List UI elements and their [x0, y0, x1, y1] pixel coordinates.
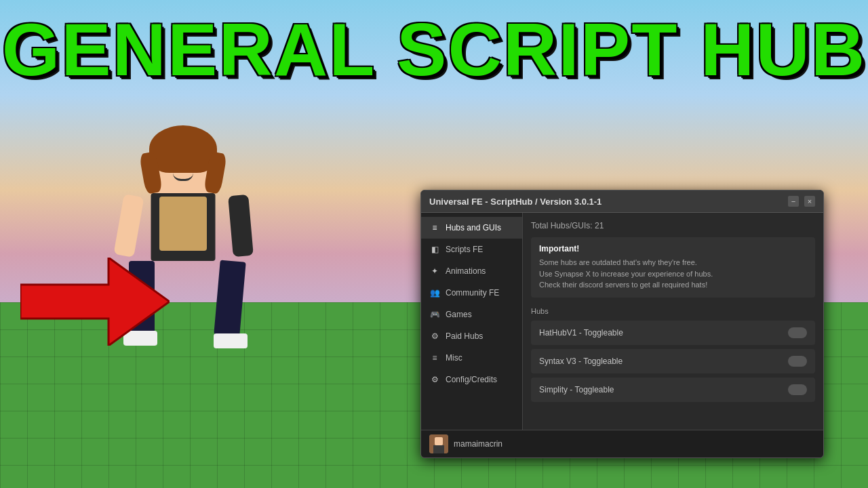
sidebar-item-community-fe[interactable]: 👥 Community FE [421, 282, 522, 304]
total-hubs-label: Total Hubs/GUIs: 21 [531, 221, 815, 230]
gui-titlebar: Universal FE - ScriptHub / Version 3.0.1… [421, 190, 823, 213]
sidebar-label-games: Games [446, 310, 472, 319]
gui-sidebar: ≡ Hubs and GUIs ◧ Scripts FE ✦ Animation… [421, 213, 523, 430]
games-icon: 🎮 [429, 310, 440, 319]
hub-item-simplity-label: Simplity - Toggleable [539, 385, 614, 394]
hubs-guis-icon: ≡ [429, 223, 440, 232]
sidebar-item-animations[interactable]: ✦ Animations [421, 260, 522, 282]
hub-item-syntax-v3: Syntax V3 - Toggleable [531, 349, 815, 373]
char-torso-front [159, 197, 207, 251]
close-button[interactable]: × [804, 196, 815, 207]
important-box: Important! Some hubs are outdated that's… [531, 237, 815, 298]
svg-marker-0 [20, 258, 170, 346]
hub-item-hathubv1-label: HatHubV1 - Toggleable [539, 328, 623, 338]
sidebar-item-config-credits[interactable]: ⚙ Config/Credits [421, 369, 522, 390]
gui-body: ≡ Hubs and GUIs ◧ Scripts FE ✦ Animation… [421, 213, 823, 430]
profile-avatar [429, 434, 448, 453]
hub-toggle-hathubv1[interactable] [788, 327, 807, 338]
config-credits-icon: ⚙ [429, 375, 440, 384]
important-title: Important! [539, 244, 807, 253]
gui-main-content: Total Hubs/GUIs: 21 Important! Some hubs… [523, 213, 823, 430]
hubs-section-label: Hubs [531, 307, 815, 315]
char-smile [173, 173, 193, 181]
hub-item-hathubv1: HatHubV1 - Toggleable [531, 321, 815, 345]
scripts-fe-icon: ◧ [429, 245, 440, 254]
char-right-arm [228, 195, 254, 257]
sidebar-item-games[interactable]: 🎮 Games [421, 304, 522, 325]
char-right-foot [214, 333, 248, 348]
svg-rect-2 [435, 437, 443, 445]
window-controls: − × [788, 196, 815, 207]
char-hair [149, 125, 217, 173]
gui-title: Universal FE - ScriptHub / Version 3.0.1… [429, 197, 601, 207]
red-arrow [20, 258, 156, 339]
sidebar-item-misc[interactable]: ≡ Misc [421, 347, 522, 369]
paid-hubs-icon: ⚙ [429, 331, 440, 341]
animations-icon: ✦ [429, 266, 440, 276]
main-title: GENERAL SCRIPT HUB [0, 12, 868, 87]
char-left-arm [113, 194, 144, 258]
sidebar-label-misc: Misc [446, 353, 462, 363]
svg-rect-3 [433, 445, 444, 453]
sidebar-item-paid-hubs[interactable]: ⚙ Paid Hubs [421, 325, 522, 347]
sidebar-label-config-credits: Config/Credits [446, 375, 497, 384]
misc-icon: ≡ [429, 353, 440, 363]
sidebar-label-paid-hubs: Paid Hubs [446, 331, 483, 341]
hub-item-syntax-v3-label: Syntax V3 - Toggleable [539, 357, 623, 366]
hub-toggle-simplity[interactable] [788, 384, 807, 395]
sidebar-label-hubs-guis: Hubs and GUIs [446, 223, 501, 232]
profile-username: mamaimacrin [454, 439, 502, 449]
profile-bar: mamaimacrin [421, 430, 823, 458]
community-fe-icon: 👥 [429, 288, 440, 298]
gui-window: Universal FE - ScriptHub / Version 3.0.1… [420, 190, 824, 458]
minimize-button[interactable]: − [788, 196, 799, 207]
sidebar-label-community-fe: Community FE [446, 288, 499, 298]
important-text: Some hubs are outdated that's why they'r… [539, 257, 807, 291]
sidebar-label-scripts-fe: Scripts FE [446, 245, 483, 254]
hub-item-simplity: Simplity - Toggleable [531, 378, 815, 402]
sidebar-item-hubs-guis[interactable]: ≡ Hubs and GUIs [421, 217, 522, 239]
hub-toggle-syntax-v3[interactable] [788, 356, 807, 367]
sidebar-item-scripts-fe[interactable]: ◧ Scripts FE [421, 239, 522, 260]
char-right-leg [214, 260, 245, 337]
sidebar-label-animations: Animations [446, 266, 486, 276]
